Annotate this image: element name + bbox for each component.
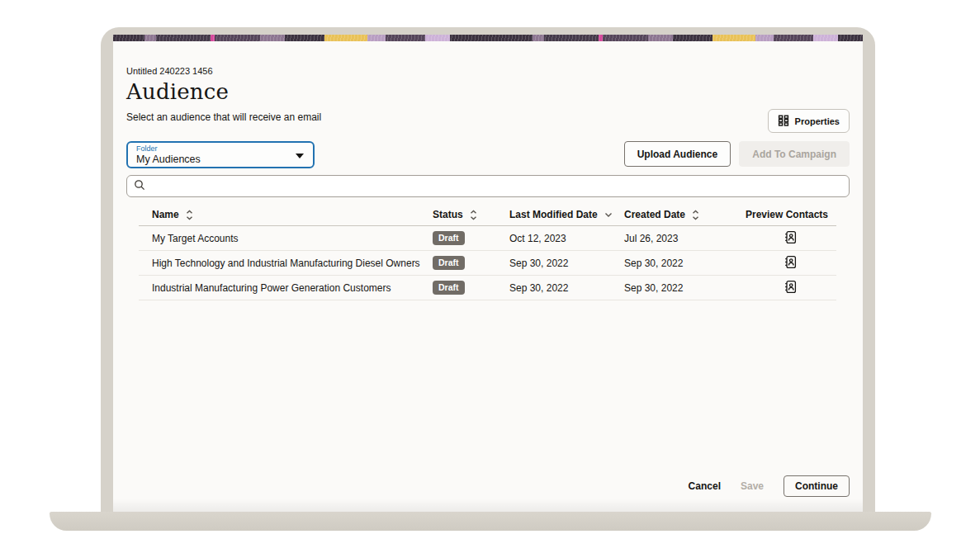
status-badge: Draft xyxy=(433,281,465,295)
decorative-banner xyxy=(113,35,863,41)
preview-contacts-button[interactable] xyxy=(783,278,798,298)
magnifier-icon xyxy=(134,179,145,194)
preview-contacts-button[interactable] xyxy=(783,253,798,273)
last-modified-date: Oct 12, 2023 xyxy=(509,233,624,244)
last-modified-date: Sep 30, 2022 xyxy=(509,258,624,269)
controls-row: Folder My Audiences Upload Audience Add … xyxy=(126,141,850,168)
sort-up-down-icon[interactable] xyxy=(692,210,699,220)
audience-name[interactable]: Industrial Manufacturing Power Generatio… xyxy=(139,282,433,294)
preview-contacts-button[interactable] xyxy=(783,229,798,248)
column-header-label: Created Date xyxy=(624,209,685,220)
continue-button[interactable]: Continue xyxy=(784,475,850,497)
page-subtitle: Select an audience that will receive an … xyxy=(126,111,850,123)
audience-table: Name Status xyxy=(139,204,836,300)
created-date: Sep 30, 2022 xyxy=(624,258,744,269)
column-header-label: Name xyxy=(152,209,179,220)
column-header-name[interactable]: Name xyxy=(139,209,433,220)
search-bar xyxy=(126,175,850,197)
cancel-button[interactable]: Cancel xyxy=(689,480,721,492)
laptop-base xyxy=(50,512,931,531)
column-header-label: Status xyxy=(433,209,463,220)
status-badge: Draft xyxy=(433,256,465,270)
save-button[interactable]: Save xyxy=(741,480,764,492)
column-header-created[interactable]: Created Date xyxy=(624,209,744,220)
created-date: Sep 30, 2022 xyxy=(624,282,744,294)
properties-button[interactable]: Properties xyxy=(768,109,850,133)
sort-up-down-icon[interactable] xyxy=(186,210,193,220)
grid-icon xyxy=(778,115,789,128)
search-input[interactable] xyxy=(150,181,842,192)
created-date: Jul 26, 2023 xyxy=(624,233,744,244)
upload-audience-button[interactable]: Upload Audience xyxy=(624,141,731,167)
audience-name[interactable]: My Target Accounts xyxy=(139,233,433,244)
table-row[interactable]: High Technology and Industrial Manufactu… xyxy=(139,251,836,276)
status-badge: Draft xyxy=(433,231,465,245)
column-header-label: Last Modified Date xyxy=(509,209,598,220)
main-content: Untitled 240223 1456 Audience Select an … xyxy=(113,41,863,512)
table-header-row: Name Status xyxy=(139,204,836,226)
audience-name[interactable]: High Technology and Industrial Manufactu… xyxy=(139,258,433,269)
footer-actions: Cancel Save Continue xyxy=(689,475,850,497)
app-window: Untitled 240223 1456 Audience Select an … xyxy=(113,35,863,512)
caret-down-icon xyxy=(296,154,304,158)
table-row[interactable]: My Target Accounts Draft Oct 12, 2023 Ju… xyxy=(139,226,836,251)
column-header-last-modified[interactable]: Last Modified Date xyxy=(509,209,624,220)
folder-select-label: Folder xyxy=(136,144,290,154)
column-header-preview-contacts: Preview Contacts xyxy=(744,209,836,220)
sort-up-down-icon[interactable] xyxy=(470,210,477,220)
contact-card-icon xyxy=(784,255,797,272)
campaign-name: Untitled 240223 1456 xyxy=(126,66,850,76)
last-modified-date: Sep 30, 2022 xyxy=(509,282,624,294)
action-buttons: Upload Audience Add To Campaign xyxy=(624,141,850,167)
laptop-frame: Untitled 240223 1456 Audience Select an … xyxy=(101,27,875,512)
add-to-campaign-button[interactable]: Add To Campaign xyxy=(739,141,850,167)
folder-select[interactable]: Folder My Audiences xyxy=(126,141,315,168)
folder-select-value: My Audiences xyxy=(136,154,290,165)
properties-button-label: Properties xyxy=(795,116,840,126)
contact-card-icon xyxy=(784,230,797,247)
column-header-label: Preview Contacts xyxy=(746,209,828,220)
column-header-status[interactable]: Status xyxy=(433,209,509,220)
table-row[interactable]: Industrial Manufacturing Power Generatio… xyxy=(139,276,836,300)
chevron-down-icon[interactable] xyxy=(604,211,613,218)
contact-card-icon xyxy=(784,280,797,296)
page-title: Audience xyxy=(126,79,850,104)
